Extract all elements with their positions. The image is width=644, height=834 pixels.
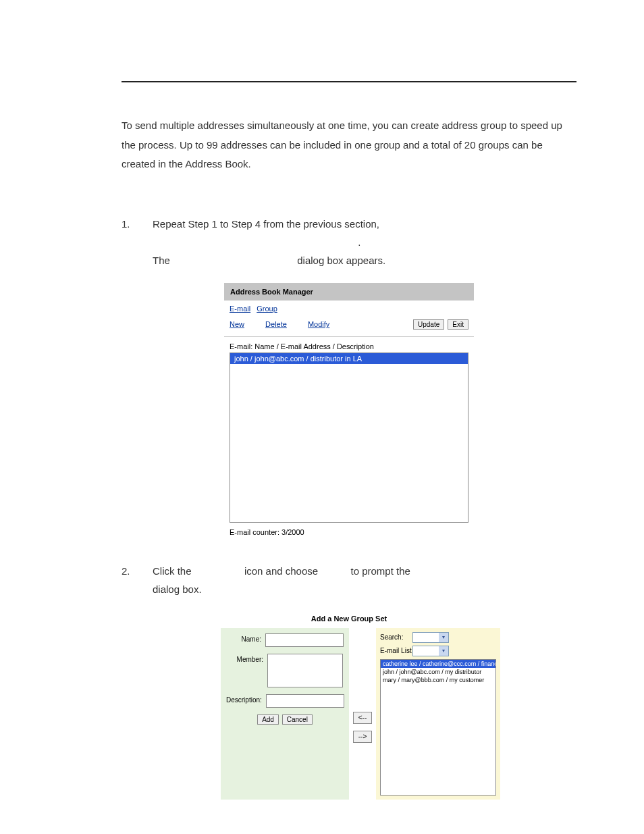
move-left-button[interactable]: <--	[353, 712, 372, 724]
step-2-text: Click the icon and choose to prompt the …	[153, 562, 576, 598]
emaillist-label: E-mail List	[380, 647, 412, 654]
abm-list[interactable]: john / john@abc.com / distributor in LA	[230, 353, 468, 523]
step-1-line2a: The	[153, 255, 170, 266]
abm-tabs: E-mail Group	[224, 301, 474, 317]
exit-button[interactable]: Exit	[448, 319, 468, 330]
add-button[interactable]: Add	[257, 714, 279, 725]
name-input[interactable]	[265, 633, 344, 647]
divider-rule	[122, 81, 576, 82]
address-book-manager-dialog: Address Book Manager E-mail Group New De…	[224, 283, 474, 542]
step-2-c: to prompt the	[350, 565, 410, 577]
member-label: Member:	[226, 654, 267, 663]
list-item[interactable]: mary / mary@bbb.com / my customer	[381, 676, 495, 684]
chevron-down-icon: ▾	[439, 633, 448, 642]
step-2-a: Click the	[153, 565, 192, 577]
intro-paragraph: To send multiple addresses simultaneousl…	[122, 116, 576, 174]
step-2-d: dialog box.	[153, 583, 202, 595]
tab-email[interactable]: E-mail	[230, 305, 250, 313]
step-1-line2b: dialog box appears.	[297, 255, 385, 266]
abm-button-group: Update Exit	[412, 319, 468, 330]
abm-list-header: E-mail: Name / E-mail Address / Descript…	[224, 337, 474, 353]
list-item[interactable]: john / john@abc.com / my distributor	[381, 668, 495, 676]
description-input[interactable]	[266, 694, 344, 708]
email-listbox[interactable]: catherine lee / catherine@ccc.com / fina…	[380, 659, 496, 796]
move-right-button[interactable]: -->	[353, 731, 372, 743]
step-2: 2. Click the icon and choose to prompt t…	[122, 562, 576, 598]
cancel-button[interactable]: Cancel	[282, 714, 313, 725]
name-label: Name:	[226, 633, 265, 643]
move-buttons: <-- -->	[353, 628, 372, 800]
step-2-b: icon and choose	[244, 565, 318, 577]
description-label: Description:	[226, 694, 266, 704]
step-2-number: 2.	[122, 562, 153, 598]
list-item[interactable]: catherine lee / catherine@ccc.com / fina…	[381, 660, 495, 668]
search-dropdown[interactable]: ▾	[412, 632, 449, 643]
abm-link-group: New Delete Modify	[230, 320, 348, 328]
delete-link[interactable]: Delete	[265, 320, 287, 328]
abm-title: Address Book Manager	[224, 283, 474, 301]
step-1-dot: .	[358, 236, 360, 248]
abm-counter: E-mail counter: 3/2000	[224, 523, 474, 542]
chevron-down-icon: ▾	[439, 646, 448, 656]
modify-link[interactable]: Modify	[308, 320, 329, 328]
member-listbox[interactable]	[267, 654, 343, 687]
grp-right-panel: Search: ▾ E-mail List ▾ catherine lee / …	[376, 628, 500, 800]
search-label: Search:	[380, 633, 412, 641]
step-1-text: Repeat Step 1 to Step 4 from the previou…	[153, 215, 576, 269]
tab-group[interactable]: Group	[257, 305, 277, 313]
add-group-dialog: Add a New Group Set Name: Member: Descri…	[221, 612, 477, 800]
abm-list-row[interactable]: john / john@abc.com / distributor in LA	[230, 353, 468, 364]
new-link[interactable]: New	[230, 320, 244, 328]
update-button[interactable]: Update	[413, 319, 444, 330]
grp-left-panel: Name: Member: Description: Add Cancel	[221, 628, 349, 800]
step-1-line1a: Repeat Step 1 to Step 4 from the previou…	[153, 218, 379, 230]
emaillist-dropdown[interactable]: ▾	[412, 646, 449, 656]
grp-title: Add a New Group Set	[221, 612, 477, 628]
step-1: 1. Repeat Step 1 to Step 4 from the prev…	[122, 215, 576, 269]
step-1-number: 1.	[122, 215, 153, 269]
